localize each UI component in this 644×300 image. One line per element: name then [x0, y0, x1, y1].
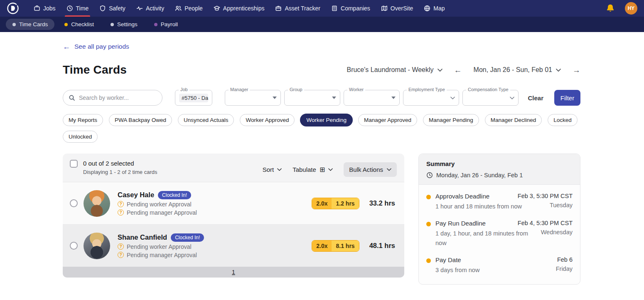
filter-pill-manager-approved[interactable]: Manager Approved: [358, 114, 417, 126]
status-pending-worker: ? Pending worker Approval: [118, 243, 204, 250]
chevron-down-icon: [510, 97, 514, 99]
sort-menu[interactable]: Sort: [263, 166, 282, 173]
notifications-bell-icon[interactable]: [606, 4, 615, 13]
time-card-row[interactable]: Shane Canfield Clocked In! ? Pending wor…: [63, 224, 404, 267]
subnav-label: Settings: [117, 21, 138, 27]
clear-filters-button[interactable]: Clear: [528, 94, 543, 102]
filter-pill-locked[interactable]: Locked: [548, 114, 578, 126]
nav-item-companies[interactable]: Companies: [326, 0, 376, 17]
summary-item-day: Wednesday: [541, 229, 573, 236]
filter-pill-worker-approved[interactable]: Worker Approved: [240, 114, 295, 126]
summary-item-relative: 3 days from now: [435, 265, 479, 275]
filter-pill-pwa-backpay-owed[interactable]: PWA Backpay Owed: [109, 114, 172, 126]
compensation-type-field-label: Compensation Type: [466, 87, 510, 92]
dropdown-caret-icon: [332, 97, 336, 99]
back-link-label: See all pay periods: [74, 43, 129, 50]
nav-label: Apprenticeships: [223, 5, 265, 12]
status-label: Pending worker Approval: [127, 201, 192, 208]
pay-period-selector[interactable]: Mon, Jan 26 - Sun, Feb 01: [474, 66, 561, 74]
subnav-item-settings[interactable]: Settings: [104, 19, 144, 30]
total-hours: 48.1 hrs: [369, 242, 395, 250]
toolbox-icon: [275, 5, 282, 12]
apply-filter-button[interactable]: Filter: [554, 90, 580, 106]
clocked-in-badge: Clocked In!: [171, 233, 204, 242]
next-period-arrow[interactable]: →: [573, 66, 580, 74]
worker-avatar: [84, 190, 110, 217]
job-filter-chip[interactable]: #5750 - Dai... ✕: [179, 94, 208, 102]
summary-item-value: Feb 6: [557, 256, 573, 263]
quick-filter-pills: My Reports PWA Backpay Owed Unsynced Act…: [63, 114, 582, 143]
page-number-1[interactable]: 1: [232, 269, 235, 275]
filter-pill-my-reports[interactable]: My Reports: [63, 114, 103, 126]
app-logo[interactable]: [7, 2, 19, 15]
nav-item-apprenticeships[interactable]: Apprenticeships: [208, 0, 270, 17]
tabulate-label: Tabulate: [293, 166, 316, 173]
period-controls: Bruce's Laundromat - Weekly ← Mon, Jan 2…: [347, 66, 580, 74]
manager-filter-field[interactable]: Manager: [225, 90, 281, 106]
bulk-actions-button[interactable]: Bulk Actions: [344, 162, 397, 177]
nav-label: Time: [76, 5, 89, 12]
nav-item-safety[interactable]: Safety: [94, 0, 131, 17]
pending-question-icon: ?: [118, 201, 124, 207]
filter-pill-manager-pending[interactable]: Manager Pending: [423, 114, 479, 126]
summary-item-pay-date: Pay Date Feb 6 3 days from now Friday: [426, 256, 573, 275]
nav-item-asset-tracker[interactable]: Asset Tracker: [270, 0, 326, 17]
globe-icon: [424, 5, 430, 12]
chevron-down-icon: [387, 168, 391, 171]
nav-item-activity[interactable]: Activity: [131, 0, 170, 17]
nav-item-jobs[interactable]: Jobs: [28, 0, 61, 17]
deadline-dot-icon: [426, 195, 431, 199]
filter-pill-worker-pending[interactable]: Worker Pending: [300, 114, 352, 126]
summary-item-title: Pay Date: [435, 256, 461, 263]
subnav-item-checklist[interactable]: Checklist: [58, 19, 101, 30]
clock-icon: [66, 5, 73, 12]
tabulate-menu[interactable]: Tabulate ⊞: [293, 166, 333, 173]
user-avatar[interactable]: HY: [625, 2, 637, 15]
overtime-hours: 1.2 hrs: [332, 198, 359, 209]
previous-period-arrow[interactable]: ←: [454, 66, 462, 74]
job-filter-field[interactable]: Job #5750 - Dai... ✕: [175, 90, 212, 106]
row-checkbox[interactable]: [70, 242, 78, 250]
summary-period-label: Monday, Jan 26 - Sunday, Feb 1: [436, 172, 523, 179]
org-payroll-selector[interactable]: Bruce's Laundromat - Weekly: [347, 66, 442, 74]
summary-item-pay-run-deadline: Pay Run Deadline Feb 4, 5:30 PM CST 1 da…: [426, 220, 573, 248]
nav-item-oversite[interactable]: OverSite: [376, 0, 418, 17]
sort-label: Sort: [263, 166, 274, 173]
filter-pill-unsynced-actuals[interactable]: Unsynced Actuals: [178, 114, 234, 126]
status-pending-worker: ? Pending worker Approval: [118, 201, 197, 208]
overtime-badge[interactable]: 2.0x 1.2 hrs: [312, 198, 359, 209]
graduation-cap-icon: [214, 5, 220, 12]
nav-items: Jobs Time Safety Activity People: [28, 0, 450, 17]
compensation-type-filter-field[interactable]: Compensation Type: [462, 90, 519, 106]
worker-search[interactable]: [63, 90, 162, 106]
select-all-checkbox[interactable]: [70, 160, 78, 168]
payroll-dot-icon: [154, 23, 157, 26]
nav-item-map[interactable]: Map: [418, 0, 450, 17]
worker-filter-field[interactable]: Worker: [344, 90, 400, 106]
pending-question-icon: ?: [118, 209, 124, 216]
subnav-item-time-cards[interactable]: Time Cards: [6, 19, 54, 30]
chevron-down-icon: [438, 69, 442, 72]
filter-pill-unlocked[interactable]: Unlocked: [63, 131, 98, 143]
total-hours: 33.2 hrs: [369, 199, 395, 207]
nav-item-people[interactable]: People: [170, 0, 208, 17]
overtime-badge[interactable]: 2.0x 8.1 hrs: [312, 240, 359, 252]
job-chip-label: #5750 - Dai...: [182, 95, 208, 101]
back-to-pay-periods-link[interactable]: ← See all pay periods: [63, 43, 129, 50]
group-filter-field[interactable]: Group: [284, 90, 340, 106]
subnav-label: Payroll: [161, 21, 178, 27]
worker-avatar: [84, 233, 110, 259]
deadline-dot-icon: [426, 258, 431, 263]
time-card-row[interactable]: Casey Hale Clocked In! ? Pending worker …: [63, 182, 404, 224]
subnav-item-payroll[interactable]: Payroll: [147, 19, 184, 30]
filter-pill-manager-declined[interactable]: Manager Declined: [485, 114, 542, 126]
status-label: Pending manager Approval: [127, 209, 197, 216]
overtime-multiplier: 2.0x: [312, 240, 332, 251]
chevron-down-icon: [450, 97, 455, 99]
search-input[interactable]: [79, 94, 157, 101]
nav-label: Asset Tracker: [285, 5, 320, 12]
summary-item-day: Friday: [556, 265, 573, 272]
nav-item-time[interactable]: Time: [61, 0, 94, 17]
row-checkbox[interactable]: [70, 199, 78, 207]
employment-type-filter-field[interactable]: Employment Type: [403, 90, 459, 106]
